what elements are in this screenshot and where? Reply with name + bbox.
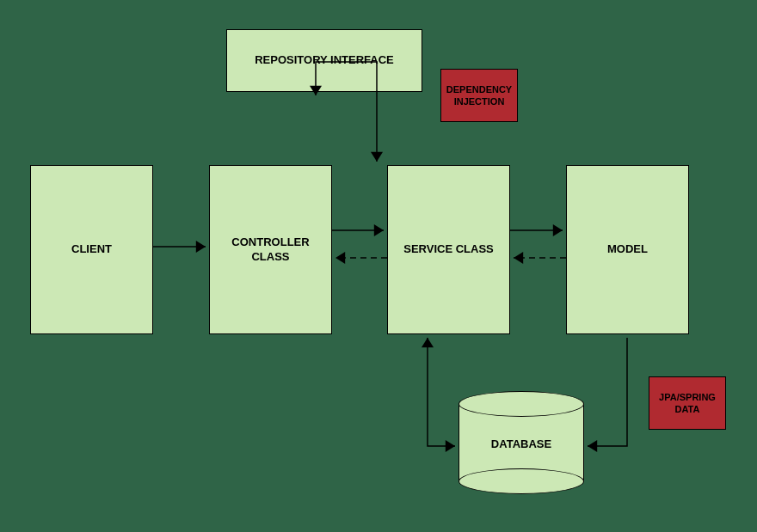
repository-interface-box: REPOSITORY INTERFACE <box>226 29 422 92</box>
database-to-service <box>428 338 455 446</box>
dependency-injection-tag: DEPENDENCY INJECTION <box>440 69 518 122</box>
svg-marker-6 <box>371 152 383 162</box>
controller-class-label: CONTROLLER CLASS <box>213 235 328 265</box>
svg-marker-7 <box>422 338 434 347</box>
svg-marker-0 <box>196 241 206 253</box>
service-class-label: SERVICE CLASS <box>403 242 494 257</box>
controller-class-box: CONTROLLER CLASS <box>209 165 332 334</box>
database-label: DATABASE <box>459 437 584 450</box>
svg-marker-9 <box>588 440 597 452</box>
model-box: MODEL <box>566 165 689 334</box>
client-box: CLIENT <box>30 165 153 334</box>
client-label: CLIENT <box>71 242 112 257</box>
dependency-injection-label: DEPENDENCY INJECTION <box>445 83 514 108</box>
repository-interface-label: REPOSITORY INTERFACE <box>255 53 394 68</box>
svg-marker-8 <box>446 440 455 452</box>
model-to-database <box>588 338 627 446</box>
svg-marker-1 <box>374 224 384 236</box>
jpa-spring-data-tag: JPA/SPRING DATA <box>649 376 726 430</box>
model-label: MODEL <box>607 242 648 257</box>
svg-marker-4 <box>514 252 523 264</box>
svg-marker-3 <box>553 224 563 236</box>
svg-marker-2 <box>335 252 345 264</box>
database-cylinder: DATABASE <box>459 391 584 494</box>
jpa-spring-data-label: JPA/SPRING DATA <box>653 391 722 416</box>
service-class-box: SERVICE CLASS <box>387 165 510 334</box>
